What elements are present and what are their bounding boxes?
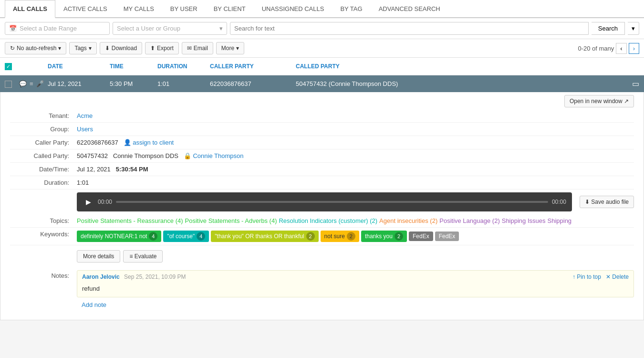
next-page-button[interactable]: ›: [629, 43, 639, 54]
called-party-number: 504757432: [77, 152, 108, 159]
called-party-name: Connie Thompson DDS: [113, 152, 178, 159]
tab-my-calls[interactable]: MY CALLS: [115, 0, 162, 17]
detail-actions-row: More details ≡ Evaluate: [10, 245, 634, 265]
contact-icon: 👤: [124, 139, 131, 146]
keyword-badge[interactable]: "of course" 4: [163, 231, 209, 242]
detail-called-row: Called Party: 504757432 Connie Thompson …: [10, 149, 634, 163]
notes-label: Notes:: [10, 268, 77, 279]
pin-to-top-button[interactable]: ↑ Pin to top: [572, 274, 601, 280]
kw-count: 2: [347, 232, 355, 241]
topic-link[interactable]: Positive Language (2): [439, 217, 499, 224]
list-icon: ≡: [30, 80, 33, 87]
download-button[interactable]: ⬇ Download: [100, 42, 142, 54]
toolbar-row1: 📅 Select a Date Range Select a User or G…: [0, 18, 644, 39]
select-all-checkbox[interactable]: ✓: [5, 63, 12, 70]
date-col-header: DATE: [48, 63, 110, 70]
calendar-icon: 📅: [9, 25, 17, 32]
tab-by-user[interactable]: BY USER: [162, 0, 206, 17]
topics-label: Topics:: [10, 217, 77, 224]
row-checkbox[interactable]: [5, 80, 19, 88]
chevron-down-icon: ▾: [219, 25, 223, 32]
detail-notes-row: Notes: Aaron Jelovic Sep 25, 2021, 10:09…: [10, 265, 634, 315]
datetime-label: Date/Time:: [10, 166, 77, 173]
search-caret-button[interactable]: ▾: [628, 22, 639, 35]
topic-link[interactable]: Shipping Issues: [502, 217, 546, 224]
toolbar-row2: ↻ No auto-refresh ▾ Tags ▾ ⬇ Download ⬆ …: [0, 39, 644, 58]
collapse-icon[interactable]: ▭: [632, 79, 639, 88]
user-group-input[interactable]: Select a User or Group ▾: [113, 22, 227, 35]
duration-value: 1:01: [77, 179, 89, 186]
tags-button[interactable]: Tags ▾: [69, 42, 96, 54]
tenant-value[interactable]: Acme: [77, 112, 93, 119]
note-actions: ↑ Pin to top ✕ Delete: [572, 274, 629, 280]
search-button[interactable]: Search: [592, 22, 625, 35]
date-placeholder: Select a Date Range: [20, 25, 77, 32]
note-header: Aaron Jelovic Sep 25, 2021, 10:09 PM ↑ P…: [77, 271, 634, 283]
add-note-link[interactable]: Add note: [82, 301, 106, 308]
keyword-badge[interactable]: "thank you" OR thanks OR thankful 2: [211, 231, 318, 242]
row-called: 504757432 (Connie Thompson DDS): [296, 80, 632, 87]
caller-col-header: CALLER PARTY: [210, 63, 296, 70]
group-value[interactable]: Users: [77, 126, 93, 133]
topic-link[interactable]: Resolution Indicators (customer) (2): [279, 217, 377, 224]
called-party-label: Called Party:: [10, 152, 77, 159]
called-party-user-link[interactable]: Connie Thompson: [193, 152, 243, 159]
tab-unassigned-calls[interactable]: UNASSIGNED CALLS: [254, 0, 332, 17]
note-date: Sep 25, 2021, 10:09 PM: [124, 274, 186, 280]
email-button[interactable]: ✉ Email: [182, 42, 213, 54]
date-range-input[interactable]: 📅 Select a Date Range: [5, 22, 110, 35]
kw-count: 4: [149, 232, 157, 241]
tabs-bar: ALL CALLS ACTIVE CALLS MY CALLS BY USER …: [0, 0, 644, 18]
audio-current-time: 00:00: [98, 199, 112, 205]
tab-advanced-search[interactable]: ADVANCED SEARCH: [371, 0, 448, 17]
action-buttons: More details ≡ Evaluate: [77, 250, 634, 263]
duration-col-header: DURATION: [157, 63, 210, 70]
kw-count: 4: [197, 232, 205, 241]
keyword-badge[interactable]: definitely NOTNEAR:1 not 4: [77, 231, 161, 242]
open-new-window-button[interactable]: Open in new window ↗: [564, 95, 634, 107]
user-icon: 🔒: [184, 152, 191, 159]
duration-label: Duration:: [10, 179, 77, 186]
detail-group-row: Group: Users: [10, 123, 634, 136]
detail-panel: Open in new window ↗ Tenant: Acme Group:…: [0, 92, 644, 320]
more-button[interactable]: More ▾: [216, 42, 244, 54]
detail-duration-row: Duration: 1:01: [10, 176, 634, 190]
called-col-header: CALLED PARTY: [296, 63, 639, 70]
email-icon: ✉: [187, 45, 192, 52]
row-date: Jul 12, 2021: [48, 80, 110, 87]
topic-link[interactable]: Shipping: [548, 217, 572, 224]
row-icons: 💬 ≡ 🎤: [19, 80, 48, 87]
detail-datetime-row: Date/Time: Jul 12, 2021 5:30:54 PM: [10, 163, 634, 176]
pagination-info: 0-20 of many ‹ ›: [578, 43, 639, 54]
search-text-input[interactable]: [230, 22, 589, 35]
tab-by-client[interactable]: BY CLIENT: [206, 0, 254, 17]
topics-list: Positive Statements - Reassurance (4) Po…: [77, 217, 634, 224]
datetime-date: Jul 12, 2021: [77, 166, 111, 173]
tab-active-calls[interactable]: ACTIVE CALLS: [55, 0, 115, 17]
tab-by-tag[interactable]: BY TAG: [332, 0, 370, 17]
keyword-badge[interactable]: thanks you 2: [361, 231, 407, 242]
topic-link[interactable]: Positive Statements - Reassurance (4): [77, 217, 183, 224]
tab-all-calls[interactable]: ALL CALLS: [5, 0, 55, 18]
evaluate-button[interactable]: ≡ Evaluate: [123, 250, 163, 263]
table-row[interactable]: 💬 ≡ 🎤 Jul 12, 2021 5:30 PM 1:01 62203687…: [0, 75, 644, 92]
delete-note-button[interactable]: ✕ Delete: [606, 274, 629, 280]
download-icon: ⬇: [105, 45, 110, 52]
more-caret-icon: ▾: [236, 45, 239, 52]
topic-link[interactable]: Positive Statements - Adverbs (4): [185, 217, 277, 224]
audio-play-button[interactable]: ▶: [83, 196, 94, 208]
audio-progress-track[interactable]: [116, 201, 548, 203]
more-details-button[interactable]: More details: [77, 250, 120, 263]
export-button[interactable]: ⬆ Export: [145, 42, 179, 54]
keyword-badge[interactable]: FedEx: [409, 232, 433, 241]
save-audio-button[interactable]: ⬇ Save audio file: [580, 196, 634, 208]
kw-count: 2: [306, 232, 315, 241]
assign-to-client-link[interactable]: assign to client: [133, 139, 174, 146]
no-auto-refresh-button[interactable]: ↻ No auto-refresh ▾: [5, 42, 66, 54]
topic-link[interactable]: Agent insecurities (2): [379, 217, 437, 224]
prev-page-button[interactable]: ‹: [616, 43, 626, 54]
keyword-badge[interactable]: FedEx: [435, 232, 459, 241]
keyword-badge[interactable]: not sure 2: [321, 231, 359, 242]
detail-audio-row: ▶ 00:00 00:00 ⬇ Save audio file: [10, 190, 634, 214]
more-label: More: [221, 45, 234, 52]
